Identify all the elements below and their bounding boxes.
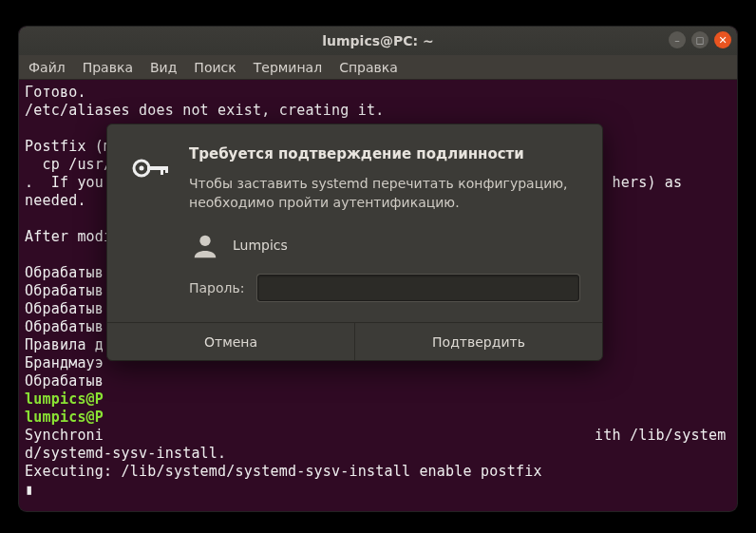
shell-prompt: lumpics@P — [25, 390, 104, 408]
terminal-line: /etc/aliases does not exist, creating it… — [25, 102, 384, 119]
password-label: Пароль: — [189, 280, 244, 295]
close-button[interactable]: ✕ — [714, 31, 731, 48]
dialog-title: Требуется подтверждение подлинности — [189, 145, 579, 162]
titlebar: lumpics@PC: ~ – ◻ ✕ — [19, 27, 737, 55]
maximize-button[interactable]: ◻ — [691, 31, 709, 48]
svg-rect-3 — [161, 166, 163, 175]
terminal-line: Готово. — [25, 84, 86, 101]
password-row: Пароль: — [189, 275, 579, 301]
dialog-buttons: Отмена Подтвердить — [107, 322, 602, 360]
terminal-line: Обрабатыв — [25, 372, 691, 390]
cancel-button[interactable]: Отмена — [107, 323, 354, 360]
password-input[interactable] — [257, 275, 579, 301]
menu-view[interactable]: Вид — [150, 60, 177, 75]
menu-file[interactable]: Файл — [28, 60, 66, 75]
key-icon — [126, 145, 172, 301]
terminal-line: Synchroni ith /lib/system — [25, 427, 726, 444]
user-row: Lumpics — [191, 231, 579, 259]
user-icon — [191, 231, 219, 259]
confirm-button[interactable]: Подтвердить — [354, 323, 602, 360]
menubar: Файл Правка Вид Поиск Терминал Справка — [19, 55, 737, 80]
menu-terminal[interactable]: Терминал — [254, 60, 322, 75]
minimize-button[interactable]: – — [669, 31, 686, 48]
menu-search[interactable]: Поиск — [194, 60, 236, 75]
terminal-cursor: ▮ — [25, 481, 33, 498]
terminal-line: Executing: /lib/systemd/systemd-sysv-ins… — [25, 463, 542, 480]
window-controls: – ◻ ✕ — [669, 31, 731, 48]
svg-point-5 — [199, 236, 210, 246]
username-label: Lumpics — [233, 238, 288, 253]
menu-edit[interactable]: Правка — [83, 60, 133, 75]
auth-dialog: Требуется подтверждение подлинности Чтоб… — [106, 124, 603, 361]
menu-help[interactable]: Справка — [339, 60, 398, 75]
terminal-line: d/systemd-sysv-install. — [25, 445, 226, 462]
dialog-description: Чтобы заставить systemd перечитать конфи… — [189, 174, 579, 212]
window-title: lumpics@PC: ~ — [19, 33, 737, 48]
svg-rect-4 — [165, 166, 168, 173]
shell-prompt: lumpics@P — [25, 409, 104, 426]
svg-point-1 — [140, 166, 144, 171]
